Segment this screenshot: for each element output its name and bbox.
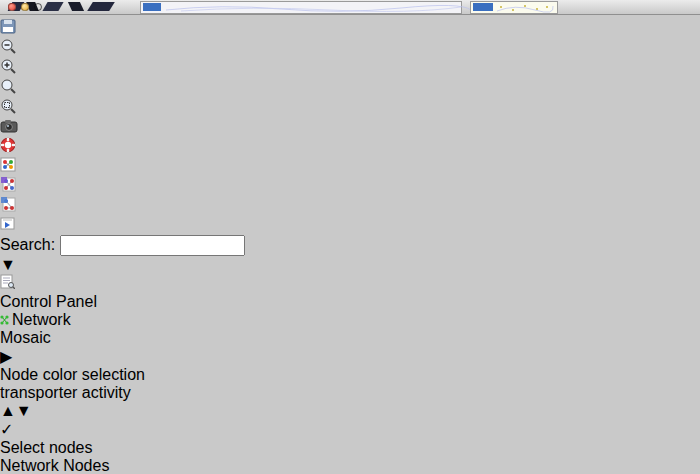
tree-header[interactable]: Network Nodes [0, 457, 700, 474]
node-color-dropdown[interactable]: transporter activity ▲▼ [0, 384, 700, 420]
tab-network[interactable]: Network [0, 311, 700, 329]
advanced-search-icon[interactable] [0, 274, 700, 293]
control-panel-title: Control Panel [0, 293, 700, 311]
search-label: Search: [0, 236, 55, 253]
main-toolbar: Search: ▼ [0, 0, 700, 293]
network-tab-icon [0, 315, 9, 325]
frame-close-button[interactable] [8, 3, 16, 11]
save-session-icon[interactable] [0, 19, 700, 38]
frame-zoom-button[interactable] [34, 3, 42, 11]
network-overview-icon[interactable] [0, 157, 700, 176]
more-tabs-arrow-icon[interactable]: ▶ [0, 347, 700, 366]
tree-col-network[interactable]: Network [0, 457, 59, 474]
select-nodes-label: Select nodes [0, 439, 700, 457]
frame-window-controls [8, 3, 42, 11]
select-nodes-checkbox[interactable]: ✓ [0, 420, 700, 439]
search-dropdown-button[interactable]: ▼ [0, 256, 700, 274]
zoom-in-icon[interactable] [0, 58, 700, 78]
zoom-out-icon[interactable] [0, 38, 700, 58]
search-input[interactable] [60, 235, 245, 256]
select-nodes-row: ✓ Select nodes [0, 420, 700, 457]
sliver-titlebar [473, 3, 493, 11]
dropdown-stepper-icon: ▲▼ [0, 402, 700, 420]
sliver-titlebar [143, 3, 161, 11]
tab-mosaic[interactable]: Mosaic [0, 329, 700, 347]
help-icon[interactable] [0, 137, 700, 157]
group-label: Node color selection [0, 366, 700, 384]
apply-vizmap-icon[interactable] [0, 196, 700, 216]
background-window-sliver[interactable] [140, 1, 462, 14]
control-panel: Control Panel NetworkMosaic▶ Node color … [0, 293, 700, 474]
apply-layout-icon[interactable] [0, 176, 700, 196]
zoom-fit-icon[interactable] [0, 78, 700, 98]
control-panel-tabs: NetworkMosaic▶ [0, 311, 700, 366]
cytoscape-desktop-window: Cytoscape Desktop (New Session) Search: … [0, 0, 700, 474]
snapshot-icon[interactable] [0, 118, 700, 137]
manage-plugins-icon[interactable] [0, 216, 700, 235]
dropdown-value: transporter activity [0, 384, 131, 401]
zoom-selected-icon[interactable] [0, 98, 700, 118]
network-tree-pane: Network Nodes mosaic-demo-yeast874(0)▼bi… [0, 457, 700, 474]
background-window-sliver[interactable] [470, 1, 558, 14]
tree-col-nodes[interactable]: Nodes [63, 457, 109, 474]
node-color-selection-group: Node color selection transporter activit… [0, 366, 700, 420]
frame-minimize-button[interactable] [21, 3, 29, 11]
